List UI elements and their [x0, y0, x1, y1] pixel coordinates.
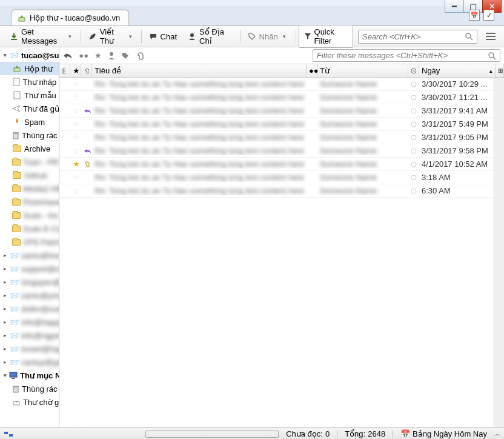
- account-row[interactable]: ▸📨tuvanl@happymo...om (3633): [0, 342, 59, 355]
- col-star[interactable]: ★: [70, 64, 81, 77]
- col-read[interactable]: ●●: [307, 64, 317, 77]
- svg-point-2: [190, 33, 194, 37]
- folder-icon: [12, 159, 21, 166]
- account-row[interactable]: ▾📨tucao@sudo.vn: [0, 49, 59, 62]
- tab-inbox[interactable]: Hộp thư - tucao@sudo.vn: [11, 10, 129, 25]
- col-date-sort[interactable]: [408, 64, 419, 77]
- calendar-icon[interactable]: 📅: [469, 10, 480, 21]
- progress-bar: [145, 431, 279, 438]
- folder-icon: [12, 239, 21, 246]
- filter-icon: [304, 33, 311, 40]
- folder-custom[interactable]: Github: [0, 169, 59, 182]
- total-count: 2648: [368, 429, 385, 438]
- message-row[interactable]: ☆Re: Tong ket du an Ty Hao something lon…: [59, 171, 504, 184]
- svg-rect-1: [11, 39, 17, 40]
- svg-point-3: [466, 33, 471, 38]
- folder-custom[interactable]: Sudo - Ke Toan: [0, 209, 59, 222]
- agenda-toggle[interactable]: Bảng Ngày Hôm Nay: [413, 429, 487, 438]
- account-row[interactable]: ▸📨cantup@gmail.com (3): [0, 355, 59, 369]
- file-icon: [12, 90, 22, 100]
- folder-custom[interactable]: Sudo E-Commerce: [0, 222, 59, 235]
- local-folders[interactable]: ▾Thư mục Nội bộ: [0, 369, 59, 382]
- message-row[interactable]: ☆Re: Tong ket du an Ty Hao something lon…: [59, 144, 504, 158]
- svg-point-24: [411, 149, 416, 153]
- folder-local-trash[interactable]: Thùng rác: [0, 382, 59, 395]
- col-thread[interactable]: [59, 64, 70, 77]
- account-row[interactable]: ▸📨support@chauthuoc.com (18): [0, 262, 59, 275]
- quick-filter-button[interactable]: Quick Filter: [299, 25, 353, 48]
- get-messages-button[interactable]: Get Messages ▾: [5, 25, 78, 48]
- folder-icon: [13, 172, 21, 179]
- message-row[interactable]: ☆Re: Tong ket du an Ty Hao something lon…: [59, 131, 504, 144]
- dropdown-icon[interactable]: ▾: [67, 33, 73, 39]
- message-row[interactable]: ★Re: Tong ket du an Ty Hao something lon…: [59, 158, 504, 171]
- account-row[interactable]: ▸📨info@happymobile.vn: [0, 315, 59, 329]
- col-date[interactable]: Ngày▴: [419, 64, 496, 77]
- tab-title: Hộp thư - tucao@sudo.vn: [30, 13, 120, 22]
- message-row[interactable]: ☆Re: Tong ket du an Ty Hao something lon…: [59, 104, 504, 118]
- svg-point-23: [411, 135, 416, 140]
- folder-outbox[interactable]: Thư chờ gửi: [0, 395, 59, 409]
- star-filter-icon[interactable]: ★: [94, 51, 102, 60]
- col-picker[interactable]: ⊞: [496, 64, 504, 77]
- folder-sent[interactable]: Thư đã gửi: [0, 102, 59, 115]
- message-row[interactable]: ☆Re: Tong ket du an Ty Hao something lon…: [59, 118, 504, 131]
- menu-button[interactable]: [482, 29, 499, 44]
- tag-button[interactable]: Nhãn ▾: [243, 30, 293, 44]
- folder-custom[interactable]: Tuan - PR Backberry: [0, 155, 59, 169]
- account-row[interactable]: ▸📨info@ngyencanto.com: [0, 329, 59, 342]
- svg-rect-5: [14, 68, 20, 72]
- account-row[interactable]: ▸📨dofen@sudo.vn: [0, 302, 59, 315]
- message-row[interactable]: ☆Re: Tong ket du an Ty Hao something lon…: [59, 78, 504, 91]
- folder-custom[interactable]: VPS Patch.vn: [0, 235, 59, 249]
- chevron-up-icon[interactable]: ︿: [494, 430, 500, 438]
- message-row[interactable]: ☆Re: Tong ket du an Ty Hao something lon…: [59, 184, 504, 198]
- search-icon[interactable]: [488, 52, 496, 60]
- filter-toolbar: ●● ★: [59, 47, 504, 64]
- sent-icon: [12, 104, 21, 113]
- col-subject[interactable]: Tiêu đề: [92, 64, 307, 77]
- dropdown-icon[interactable]: ▾: [281, 33, 288, 39]
- filter-input[interactable]: [317, 51, 488, 60]
- svg-rect-0: [19, 18, 25, 21]
- folder-trash[interactable]: Thùng rác: [0, 129, 59, 142]
- unread-count: 0: [325, 429, 330, 438]
- account-row[interactable]: ▸📨longspen@comsoft.de (3): [0, 275, 59, 289]
- folder-archive[interactable]: Archive: [0, 142, 59, 155]
- reply-icon[interactable]: [63, 52, 73, 60]
- folder-custom[interactable]: PictinHaven: [0, 195, 59, 209]
- folder-inbox[interactable]: Hộp thư: [0, 62, 59, 75]
- scrollbar[interactable]: [494, 78, 504, 427]
- dropdown-icon[interactable]: ▾: [127, 33, 134, 39]
- svg-rect-11: [12, 378, 15, 379]
- search-icon[interactable]: [465, 32, 473, 41]
- unread-filter-icon[interactable]: ●●: [79, 51, 88, 60]
- file-icon: [12, 77, 21, 87]
- svg-rect-10: [10, 372, 17, 377]
- folder-custom[interactable]: Media2 Affiliate: [0, 182, 59, 195]
- attachment-filter-icon[interactable]: [136, 52, 144, 60]
- tasks-icon[interactable]: ✓: [483, 10, 494, 21]
- message-filter-search[interactable]: [313, 49, 500, 62]
- download-icon: [10, 32, 18, 41]
- tag-icon: [248, 32, 256, 41]
- flame-icon: [12, 117, 22, 127]
- addressbook-button[interactable]: Sổ Địa Chỉ: [183, 25, 237, 48]
- account-row[interactable]: ▸📨cantu@ymail.com (5): [0, 289, 59, 302]
- tag-filter-icon[interactable]: [121, 52, 130, 60]
- folder-spam[interactable]: Spam: [0, 115, 59, 129]
- account-row[interactable]: ▸📨cantu@live.com (12): [0, 249, 59, 262]
- svg-point-25: [411, 162, 416, 167]
- inbox-icon: [18, 14, 26, 22]
- search-input[interactable]: [362, 32, 465, 41]
- global-search[interactable]: [358, 30, 477, 44]
- svg-rect-6: [13, 78, 19, 85]
- contact-filter-icon[interactable]: [108, 52, 115, 60]
- folder-drafts[interactable]: Thư nháp: [0, 75, 59, 89]
- write-button[interactable]: Viết Thư ▾: [84, 25, 139, 48]
- message-row[interactable]: ☆Re: Tong ket du an Ty Hao something lon…: [59, 91, 504, 104]
- chat-button[interactable]: Chat: [144, 30, 182, 44]
- folder-templates[interactable]: Thư mẫu: [0, 89, 59, 102]
- col-from[interactable]: Từ: [317, 64, 408, 77]
- col-attachment[interactable]: [81, 64, 92, 77]
